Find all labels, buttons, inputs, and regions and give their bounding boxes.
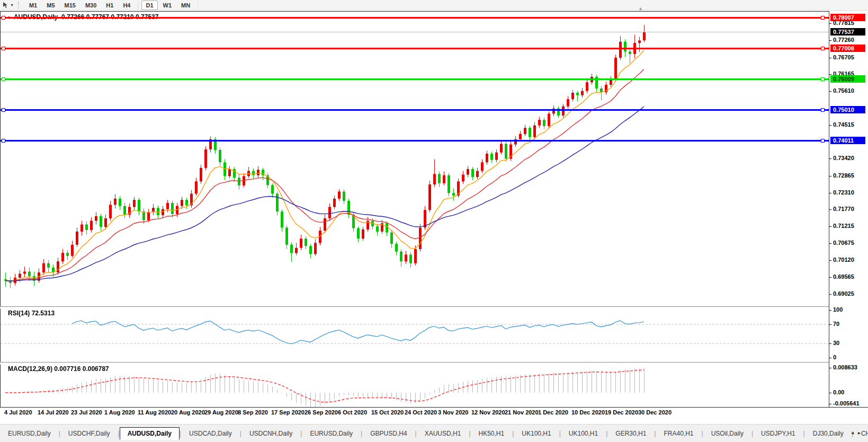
date-tick-label: 29 Aug 2020 <box>204 409 238 416</box>
symbol-tab-usdcad-daily[interactable]: USDCAD,Daily <box>181 427 240 440</box>
line-handle[interactable] <box>821 47 825 50</box>
symbol-tab-uk100-h1[interactable]: UK100,H1 <box>514 427 559 440</box>
line-handle[interactable] <box>2 139 5 143</box>
axis-tick <box>829 310 831 311</box>
macd-canvas[interactable] <box>1 364 829 407</box>
price-tick-label: 0.69565 <box>833 273 854 280</box>
symbol-tab-ger30-h1[interactable]: GER30,H1 <box>607 427 654 440</box>
symbol-tab-usdchf-daily[interactable]: USDCHF,Daily <box>60 427 118 440</box>
symbol-tab-usoil-daily[interactable]: USOil,Daily <box>703 427 751 440</box>
cursor-tool-icon <box>2 2 9 8</box>
current-price-label: 0.77537 <box>830 28 865 36</box>
tab-scroll-arrows: ◂▸ <box>851 430 865 436</box>
rsi-canvas[interactable] <box>1 308 829 362</box>
price-tick-label: 0.70120 <box>833 257 854 263</box>
rsi-tick-label: 0 <box>833 354 836 360</box>
axis-tick <box>829 158 831 159</box>
symbol-tab-fra40-h1[interactable]: FRA40,H1 <box>656 427 701 440</box>
chart-shift-marker[interactable]: ▲ <box>638 6 643 11</box>
line-handle[interactable] <box>821 139 825 143</box>
rsi-label: RSI(14) 72.5313 <box>8 310 55 317</box>
price-tick-label: 0.71770 <box>833 206 854 212</box>
line-handle[interactable] <box>2 47 5 50</box>
timeframe-buttons: M1M5M15M30H1H4D1W1MN <box>24 1 195 10</box>
current-price-line <box>1 32 829 32</box>
symbol-tab-usdjpy-h1[interactable]: USDJPY,H1 <box>753 427 803 440</box>
price-chart-canvas[interactable] <box>1 12 829 306</box>
timeframe-button-m15[interactable]: M15 <box>60 1 80 10</box>
mt4-chart-window: { "toolbar": { "pointer_tool_icon": "cur… <box>0 0 868 442</box>
axis-tick <box>829 368 831 368</box>
symbol-tab-xauusd-h1[interactable]: XAUUSD,H1 <box>417 427 469 440</box>
date-tick-label: 10 Dec 2020 <box>571 409 605 416</box>
toolbar-separator <box>198 1 198 9</box>
date-tick-label: 14 Jul 2020 <box>38 409 69 416</box>
price-tick-label: 0.75610 <box>833 87 854 94</box>
axis-tick <box>829 358 831 358</box>
horizontal-level-line-0.77008[interactable] <box>1 48 829 49</box>
level-price-label: 0.78007 <box>830 14 865 21</box>
timeframe-button-mn[interactable]: MN <box>177 1 194 10</box>
axis-tick <box>829 260 831 261</box>
horizontal-level-line-0.78007[interactable] <box>1 17 829 19</box>
rsi-tick-label: 100 <box>833 306 843 313</box>
tab-scroll-right-icon[interactable]: ▸ <box>858 430 865 436</box>
symbol-tab-uk100-h1[interactable]: UK100,H1 <box>561 427 606 440</box>
axis-tick <box>829 91 831 92</box>
price-tick-label: 0.69025 <box>833 290 854 297</box>
date-tick-label: 11 Aug 2020 <box>138 409 171 416</box>
price-tick-label: 0.77260 <box>833 37 854 43</box>
date-tick-label: 24 Oct 2020 <box>405 409 437 416</box>
price-tick-label: 0.72310 <box>833 189 854 196</box>
line-handle[interactable] <box>821 108 825 112</box>
timeframe-button-d1[interactable]: D1 <box>141 1 157 10</box>
axis-tick <box>829 209 831 210</box>
timeframe-button-w1[interactable]: W1 <box>159 1 176 10</box>
timeframe-button-m1[interactable]: M1 <box>25 1 41 10</box>
symbol-tab-gbpusd-h4[interactable]: GBPUSD,H4 <box>362 427 415 440</box>
line-handle[interactable] <box>821 77 825 81</box>
timeframe-button-h1[interactable]: H1 <box>102 1 118 10</box>
horizontal-level-line-0.74011[interactable] <box>1 140 829 142</box>
axis-tick <box>829 343 831 344</box>
line-handle[interactable] <box>821 16 825 20</box>
date-tick-label: 30 Dec 2020 <box>638 409 672 416</box>
axis-tick <box>829 74 831 75</box>
symbol-tab-eurusd-daily[interactable]: EURUSD,Daily <box>302 427 361 440</box>
date-tick-label: 8 Sep 2020 <box>238 409 268 416</box>
date-tick-label: 12 Nov 2020 <box>471 409 505 416</box>
symbol-tab-hk50-h1[interactable]: HK50,H1 <box>471 427 513 440</box>
timeframe-button-m5[interactable]: M5 <box>42 1 59 10</box>
price-tick-label: 0.71215 <box>833 223 854 229</box>
symbol-tab-dj30-daily[interactable]: DJ30,Daily <box>805 427 852 440</box>
horizontal-level-line-0.76009[interactable] <box>1 78 829 80</box>
level-price-label: 0.77008 <box>830 45 865 52</box>
line-handle[interactable] <box>2 108 5 112</box>
rsi-tick-label: 70 <box>833 321 839 327</box>
price-axis[interactable]: 0.778150.772600.767050.761650.756100.745… <box>829 12 868 407</box>
axis-tick <box>829 277 831 278</box>
macd-indicator-pane: MACD(12,26,9) 0.007716 0.006787 <box>1 364 829 407</box>
macd-tick-label: 0.008633 <box>833 364 857 370</box>
symbol-tab-eurusd-daily[interactable]: EURUSD,Daily <box>0 427 59 440</box>
timeframe-toolbar: ▼ M1M5M15M30H1H4D1W1MN <box>0 0 868 11</box>
date-tick-label: 1 Dec 2020 <box>538 409 568 416</box>
symbol-tab-audusd-daily[interactable]: AUDUSD,Daily <box>120 427 180 440</box>
axis-tick <box>829 193 831 193</box>
level-price-label: 0.76009 <box>830 75 865 83</box>
line-handle[interactable] <box>2 77 5 81</box>
tab-scroll-left-icon[interactable]: ◂ <box>851 430 858 436</box>
line-handle[interactable] <box>2 16 5 20</box>
timeframe-button-h4[interactable]: H4 <box>119 1 135 10</box>
symbol-tab-usdcnh-daily[interactable]: USDCNH,Daily <box>241 427 300 440</box>
date-axis[interactable]: 4 Jul 202014 Jul 202023 Jul 20201 Aug 20… <box>1 408 829 419</box>
cursor-tool-button[interactable]: ▼ <box>2 2 14 8</box>
chevron-down-icon[interactable]: ▼ <box>10 3 14 7</box>
axis-tick <box>829 58 831 58</box>
price-tick-label: 0.74515 <box>833 121 854 128</box>
timeframe-button-m30[interactable]: M30 <box>81 1 101 10</box>
toolbar-grip-handle[interactable] <box>18 2 21 8</box>
rsi-indicator-pane: RSI(14) 72.5313 <box>1 308 829 362</box>
price-tick-label: 0.70675 <box>833 240 854 246</box>
horizontal-level-line-0.75010[interactable] <box>1 109 829 111</box>
